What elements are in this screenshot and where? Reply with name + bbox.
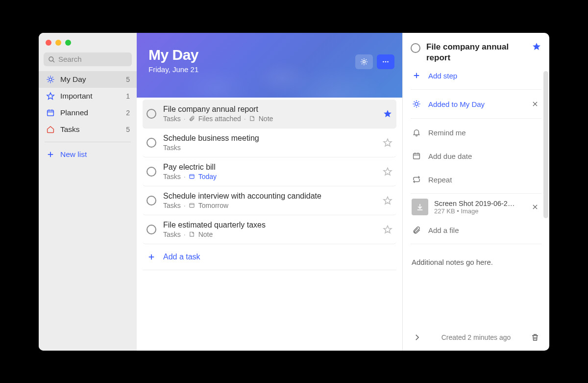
sidebar-item-tasks[interactable]: Tasks 5 [39, 121, 137, 138]
calendar-icon [412, 151, 421, 161]
lightbulb-icon [360, 57, 368, 66]
task-title: Pay electric bill [163, 163, 383, 172]
task-list-name: Tasks [163, 115, 181, 123]
complete-toggle[interactable] [147, 225, 156, 234]
sun-icon [412, 99, 421, 109]
complete-toggle[interactable] [147, 109, 156, 119]
svg-rect-35 [190, 204, 194, 207]
sidebar-item-count: 5 [126, 76, 130, 83]
new-list-label: New list [60, 150, 130, 159]
task-row[interactable]: Pay electric billTasks·Today [143, 157, 396, 186]
remove-my-day-button[interactable] [530, 99, 540, 109]
plus-icon [46, 150, 55, 159]
home-icon [46, 125, 55, 134]
star-toggle[interactable] [383, 225, 392, 234]
new-list-button[interactable]: New list [39, 146, 137, 163]
task-meta: Tasks·Today [163, 173, 383, 180]
sidebar-item-planned[interactable]: Planned 2 [39, 104, 137, 121]
add-file-row[interactable]: Add a file [411, 218, 541, 242]
add-file-label: Add a file [428, 226, 459, 234]
sidebar-item-important[interactable]: Important 1 [39, 88, 137, 104]
detail-footer: Created 2 minutes ago [411, 325, 541, 351]
task-row[interactable]: File estimated quarterly taxesTasks·Note [143, 215, 396, 244]
task-row[interactable]: File company annual reportTasks·Files at… [143, 100, 396, 128]
plus-icon [412, 71, 421, 80]
added-to-my-day-row[interactable]: Added to My Day [411, 92, 541, 116]
complete-toggle[interactable] [411, 43, 420, 53]
task-list: File company annual reportTasks·Files at… [137, 98, 402, 270]
main-panel: My Day Friday, June 21 [137, 33, 402, 351]
star-toggle[interactable] [383, 196, 392, 205]
task-title: Schedule interview with accounting candi… [163, 192, 383, 201]
star-toggle[interactable] [532, 42, 541, 51]
detail-title[interactable]: File company annual report [426, 42, 526, 64]
svg-line-10 [52, 77, 53, 77]
note-icon [189, 231, 196, 238]
attachment-row[interactable]: Screen Shot 2019-06-21… 227 KB • Image [411, 196, 541, 218]
divider [411, 118, 541, 119]
window-zoom-button[interactable] [65, 40, 71, 46]
task-list-name: Tasks [163, 144, 181, 152]
attachment-name: Screen Shot 2019-06-21… [434, 200, 517, 207]
paperclip-icon [412, 225, 421, 235]
task-chip-label: Note [198, 230, 213, 238]
star-toggle[interactable] [383, 167, 392, 177]
sidebar-item-label: My Day [60, 75, 126, 84]
sidebar-item-count: 5 [126, 126, 130, 133]
hide-detail-button[interactable] [413, 333, 421, 342]
task-chip-label: Today [198, 173, 217, 180]
download-icon [412, 199, 428, 215]
due-date-row[interactable]: Add due date [411, 144, 541, 168]
window-minimize-button[interactable] [55, 40, 61, 46]
remove-attachment-button[interactable] [530, 202, 540, 212]
repeat-label: Repeat [428, 176, 452, 184]
suggestions-button[interactable] [355, 54, 373, 69]
task-row[interactable]: Schedule interview with accounting candi… [143, 186, 396, 215]
star-toggle[interactable] [383, 138, 392, 148]
hero-actions [355, 54, 394, 69]
svg-marker-34 [384, 168, 392, 175]
delete-task-button[interactable] [531, 333, 539, 342]
meta-separator: · [244, 115, 246, 123]
meta-separator: · [184, 173, 186, 180]
notes-field[interactable]: Additional notes go here. [411, 246, 541, 278]
svg-rect-55 [414, 153, 420, 159]
window-close-button[interactable] [46, 40, 51, 46]
divider [411, 193, 541, 194]
sidebar-item-label: Tasks [60, 125, 126, 134]
search-placeholder: Search [58, 55, 82, 63]
task-body: File estimated quarterly taxesTasks·Note [163, 221, 383, 238]
due-date-label: Add due date [428, 152, 472, 160]
complete-toggle[interactable] [147, 138, 156, 148]
sidebar-item-my-day[interactable]: My Day 5 [39, 71, 137, 88]
complete-toggle[interactable] [147, 196, 156, 205]
task-title: Schedule business meeting [163, 134, 383, 143]
task-row[interactable]: Schedule business meetingTasks [143, 128, 396, 157]
divider [45, 142, 131, 142]
task-chip-label: Tomorrow [198, 202, 228, 209]
hero-header: My Day Friday, June 21 [137, 33, 402, 98]
add-step-button[interactable]: Add step [411, 64, 541, 87]
remind-me-row[interactable]: Remind me [411, 121, 541, 144]
sun-icon [46, 75, 55, 84]
more-options-button[interactable] [377, 54, 394, 69]
svg-rect-12 [48, 110, 54, 115]
svg-line-52 [418, 102, 419, 102]
ellipsis-icon [381, 57, 390, 66]
star-toggle[interactable] [383, 109, 392, 119]
repeat-row[interactable]: Repeat [411, 168, 541, 191]
svg-line-25 [362, 63, 362, 64]
divider [411, 89, 541, 90]
svg-point-18 [363, 60, 366, 63]
svg-line-50 [418, 106, 419, 107]
add-task-button[interactable]: Add a task [143, 244, 396, 270]
complete-toggle[interactable] [147, 167, 156, 177]
scrollbar[interactable] [543, 71, 548, 218]
search-input[interactable]: Search [44, 52, 132, 66]
svg-line-51 [414, 106, 415, 107]
task-body: Pay electric billTasks·Today [163, 163, 383, 180]
page-title: My Day [148, 47, 391, 63]
task-meta: Tasks·Tomorrow [163, 202, 383, 209]
created-label: Created 2 minutes ago [441, 333, 511, 341]
svg-line-23 [362, 59, 362, 60]
